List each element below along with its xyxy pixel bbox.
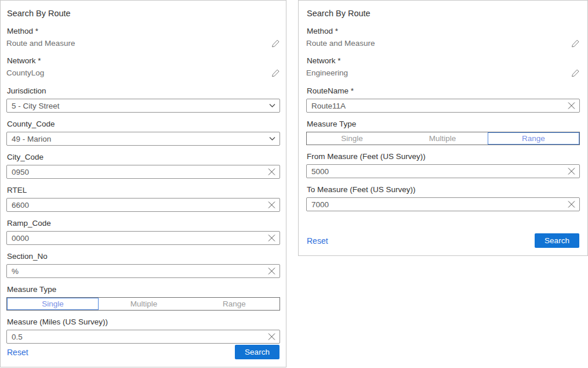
method-label: Method * (307, 26, 580, 36)
city-code-field: City_Code (6, 152, 280, 179)
network-edit-button[interactable] (571, 68, 580, 78)
x-clear-icon (268, 268, 275, 275)
pencil-icon (571, 39, 580, 48)
method-field: Method * Route and Measure (306, 26, 580, 48)
jurisdiction-field: Jurisdiction 5 - City Street (6, 86, 280, 113)
section-no-label: Section_No (7, 251, 280, 261)
measure-field: Measure (Miles (US Survey)) (6, 317, 280, 344)
panel-title: Search By Route (7, 8, 280, 19)
search-button[interactable]: Search (235, 345, 280, 359)
city-code-clear-button[interactable] (268, 168, 275, 176)
section-no-clear-button[interactable] (268, 268, 275, 275)
network-field: Network * CountyLog (6, 56, 280, 78)
network-label: Network * (307, 56, 580, 66)
to-measure-label: To Measure (Feet (US Survey)) (307, 185, 580, 194)
route-name-label: RouteName * (307, 86, 580, 96)
county-code-field: County_Code 49 - Marion (6, 119, 280, 146)
county-code-selected-value: 49 - Marion (7, 135, 280, 143)
panel-title: Search By Route (307, 8, 580, 19)
measure-type-segmented-control: Single Multiple Range (6, 297, 280, 311)
x-clear-icon (268, 234, 275, 242)
to-measure-clear-button[interactable] (568, 201, 575, 208)
chevron-down-icon (269, 104, 275, 108)
measure-type-option-range[interactable]: Range (488, 132, 579, 145)
measure-type-option-range[interactable]: Range (189, 298, 280, 310)
city-code-label: City_Code (7, 152, 280, 162)
to-measure-field: To Measure (Feet (US Survey)) (306, 185, 580, 211)
measure-type-field: Measure Type Single Multiple Range (306, 119, 580, 145)
method-field: Method * Route and Measure (6, 26, 280, 48)
measure-type-option-multiple[interactable]: Multiple (397, 132, 488, 145)
route-name-clear-button[interactable] (568, 102, 575, 110)
section-no-input[interactable] (7, 265, 280, 277)
rtel-clear-button[interactable] (268, 201, 275, 209)
search-by-route-panel-left: Search By Route Method * Route and Measu… (0, 0, 286, 367)
rtel-field: RTEL (6, 185, 280, 212)
method-label: Method * (7, 26, 280, 36)
jurisdiction-selected-value: 5 - City Street (7, 102, 280, 110)
network-edit-button[interactable] (271, 68, 280, 78)
ramp-code-label: Ramp_Code (7, 218, 280, 228)
x-clear-icon (568, 102, 575, 110)
method-edit-button[interactable] (271, 39, 280, 48)
measure-clear-button[interactable] (268, 333, 275, 341)
rtel-label: RTEL (7, 185, 280, 195)
x-clear-icon (568, 168, 575, 175)
measure-type-option-single[interactable]: Single (7, 298, 99, 310)
measure-type-option-single[interactable]: Single (307, 132, 397, 145)
measure-type-label: Measure Type (307, 119, 580, 129)
route-name-input[interactable] (307, 99, 579, 112)
method-edit-button[interactable] (571, 39, 580, 48)
pencil-icon (271, 68, 280, 78)
reset-link[interactable]: Reset (307, 236, 328, 246)
county-code-label: County_Code (7, 119, 280, 129)
network-value: Engineering (306, 68, 348, 78)
measure-type-label: Measure Type (7, 284, 280, 294)
network-label: Network * (7, 56, 280, 66)
chevron-down-icon (269, 137, 275, 141)
measure-type-segmented-control: Single Multiple Range (306, 132, 580, 145)
jurisdiction-label: Jurisdiction (7, 86, 280, 96)
measure-input[interactable] (7, 330, 280, 343)
ramp-code-clear-button[interactable] (268, 234, 275, 242)
measure-type-field: Measure Type Single Multiple Range (6, 284, 280, 311)
county-code-select[interactable]: 49 - Marion (6, 132, 280, 146)
rtel-input[interactable] (7, 199, 280, 211)
reset-link[interactable]: Reset (7, 348, 28, 357)
x-clear-icon (268, 333, 275, 341)
x-clear-icon (268, 201, 275, 209)
from-measure-field: From Measure (Feet (US Survey)) (306, 151, 580, 178)
route-name-field: RouteName * (306, 86, 580, 113)
from-measure-input[interactable] (307, 165, 579, 178)
from-measure-clear-button[interactable] (568, 168, 575, 175)
section-no-field: Section_No (6, 251, 280, 278)
measure-type-option-multiple[interactable]: Multiple (99, 298, 189, 310)
from-measure-label: From Measure (Feet (US Survey)) (307, 151, 580, 161)
network-field: Network * Engineering (306, 56, 580, 78)
x-clear-icon (268, 168, 275, 176)
ramp-code-field: Ramp_Code (6, 218, 280, 245)
x-clear-icon (568, 201, 575, 208)
to-measure-input[interactable] (307, 198, 579, 211)
measure-label: Measure (Miles (US Survey)) (7, 317, 280, 327)
jurisdiction-select[interactable]: 5 - City Street (6, 99, 280, 113)
network-value: CountyLog (6, 68, 44, 78)
pencil-icon (571, 68, 580, 78)
pencil-icon (271, 39, 280, 48)
ramp-code-input[interactable] (7, 232, 280, 244)
search-button[interactable]: Search (535, 233, 579, 248)
method-value: Route and Measure (6, 38, 75, 48)
method-value: Route and Measure (306, 38, 375, 48)
search-by-route-panel-right: Search By Route Method * Route and Measu… (298, 0, 588, 256)
city-code-input[interactable] (7, 165, 280, 178)
